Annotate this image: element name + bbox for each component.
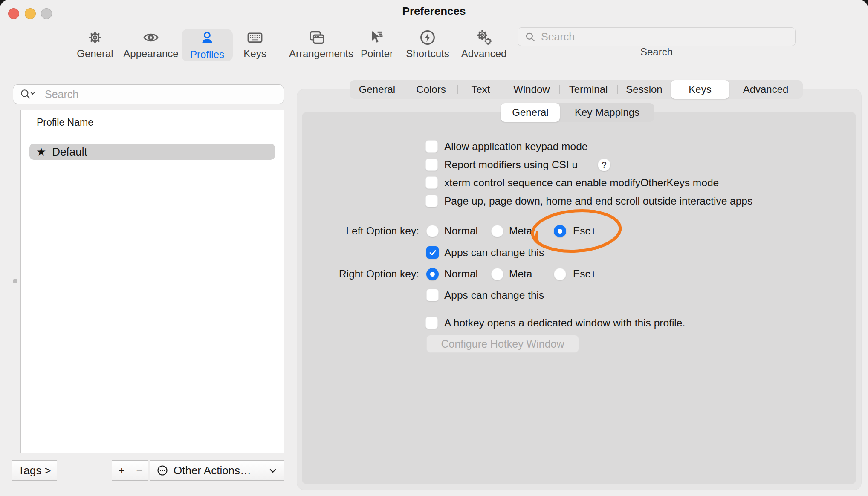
right-option-key-label: Right Option key: bbox=[294, 268, 419, 280]
profile-name: Default bbox=[52, 145, 87, 159]
profile-search-input[interactable] bbox=[44, 86, 276, 102]
radio-left-option-normal[interactable] bbox=[426, 225, 439, 237]
toolbar-item-label: Keys bbox=[227, 48, 283, 60]
subtab-general[interactable]: General bbox=[501, 103, 560, 122]
subtab-key-mappings[interactable]: Key Mappings bbox=[560, 103, 654, 122]
toolbar-item-label: Shortcuts bbox=[400, 48, 455, 60]
checkbox-label[interactable]: A hotkey opens a dedicated window with t… bbox=[444, 317, 685, 329]
tab-label: General bbox=[359, 84, 395, 95]
toolbar-item-label: Pointer bbox=[349, 48, 405, 60]
tab-label: Window bbox=[513, 84, 550, 95]
minus-icon: − bbox=[136, 464, 142, 477]
tab-keys[interactable]: Keys bbox=[671, 80, 729, 99]
list-header-divider bbox=[21, 135, 284, 135]
tab-label: Advanced bbox=[743, 84, 789, 95]
tags-button[interactable]: Tags > bbox=[12, 460, 57, 481]
radio-label[interactable]: Meta bbox=[509, 225, 532, 237]
radio-label[interactable]: Esc+ bbox=[573, 225, 596, 237]
radio-label[interactable]: Esc+ bbox=[573, 268, 596, 280]
tab-terminal[interactable]: Terminal bbox=[559, 80, 617, 99]
double-gear-icon bbox=[456, 28, 512, 47]
toolbar-item-arrangements[interactable]: Arrangements bbox=[289, 28, 344, 61]
profile-list-column-header[interactable]: Profile Name bbox=[37, 117, 93, 128]
question-mark-icon: ? bbox=[602, 160, 606, 170]
tab-session[interactable]: Session bbox=[617, 80, 671, 99]
keys-subtab-bar: General Key Mappings bbox=[501, 103, 654, 122]
radio-label[interactable]: Normal bbox=[444, 268, 478, 280]
cursor-icon bbox=[349, 28, 405, 47]
checkbox-label[interactable]: Apps can change this bbox=[444, 246, 544, 259]
toolbar-item-label: Advanced bbox=[456, 48, 512, 60]
windows-icon bbox=[289, 28, 344, 47]
toolbar-item-keys[interactable]: Keys bbox=[227, 28, 283, 61]
configure-hotkey-window-button[interactable]: Configure Hotkey Window bbox=[426, 335, 579, 353]
checkbox-keypad-mode[interactable] bbox=[425, 140, 438, 153]
toolbar-item-label: Profiles bbox=[182, 49, 233, 61]
radio-right-option-esc[interactable] bbox=[554, 268, 566, 280]
checkbox-left-apps-can-change[interactable] bbox=[426, 246, 439, 259]
toolbar-item-appearance[interactable]: Appearance bbox=[123, 28, 179, 61]
toolbar-item-shortcuts[interactable]: Shortcuts bbox=[400, 28, 455, 61]
left-option-key-label: Left Option key: bbox=[298, 225, 419, 237]
checkbox-csi-u[interactable] bbox=[425, 159, 438, 171]
checkbox-page-scroll[interactable] bbox=[425, 195, 438, 207]
plus-icon: + bbox=[118, 464, 124, 477]
tab-general[interactable]: General bbox=[350, 80, 405, 99]
tab-label: Session bbox=[626, 84, 662, 95]
other-actions-label: Other Actions… bbox=[174, 464, 251, 477]
checkbox-hotkey-window[interactable] bbox=[425, 317, 438, 329]
toolbar-item-profiles[interactable]: Profiles bbox=[182, 29, 233, 61]
eye-icon bbox=[123, 28, 179, 47]
tab-text[interactable]: Text bbox=[457, 80, 504, 99]
tab-label: Terminal bbox=[569, 84, 608, 95]
tab-label: Text bbox=[471, 84, 490, 95]
gear-icon bbox=[67, 28, 123, 47]
toolbar-item-general[interactable]: General bbox=[67, 28, 123, 61]
checkbox-label[interactable]: Allow application keypad mode bbox=[444, 140, 587, 153]
checkbox-label[interactable]: Apps can change this bbox=[444, 289, 544, 302]
search-with-chevron-icon bbox=[20, 89, 37, 100]
tab-label: Colors bbox=[416, 84, 446, 95]
subtab-label: General bbox=[512, 107, 548, 118]
radio-right-option-meta[interactable] bbox=[491, 268, 503, 280]
checkbox-right-apps-can-change[interactable] bbox=[426, 289, 439, 301]
profile-tab-bar: General Colors Text Window Terminal Sess… bbox=[350, 80, 803, 99]
checkbox-modify-other-keys[interactable] bbox=[425, 176, 438, 189]
section-divider bbox=[321, 216, 831, 216]
keys-pane-background bbox=[302, 112, 856, 484]
radio-label[interactable]: Normal bbox=[444, 225, 478, 237]
window-edge-dot bbox=[13, 279, 17, 283]
help-button[interactable]: ? bbox=[598, 159, 610, 171]
toolbar-item-pointer[interactable]: Pointer bbox=[349, 28, 405, 61]
radio-label[interactable]: Meta bbox=[509, 268, 532, 280]
other-actions-dropdown[interactable]: Other Actions… bbox=[150, 460, 284, 481]
remove-profile-button[interactable]: − bbox=[131, 460, 148, 481]
add-profile-button[interactable]: + bbox=[112, 460, 131, 481]
toolbar-item-label: Appearance bbox=[123, 48, 179, 60]
profile-search-field[interactable] bbox=[13, 84, 284, 104]
person-icon bbox=[182, 29, 233, 48]
profile-row-default[interactable]: ★ Default bbox=[29, 144, 275, 160]
default-star-icon: ★ bbox=[36, 145, 46, 159]
tab-colors[interactable]: Colors bbox=[405, 80, 457, 99]
toolbar-item-advanced[interactable]: Advanced bbox=[456, 28, 512, 61]
checkbox-label[interactable]: Page up, page down, home and end scroll … bbox=[444, 195, 752, 208]
toolbar-search-label: Search bbox=[631, 46, 682, 58]
toolbar-search-field[interactable] bbox=[518, 27, 796, 46]
keyboard-icon bbox=[227, 28, 283, 47]
checkbox-label[interactable]: xterm control sequence can enable modify… bbox=[444, 176, 719, 189]
window-title: Preferences bbox=[0, 5, 868, 18]
radio-left-option-esc[interactable] bbox=[554, 225, 566, 237]
toolbar-divider bbox=[0, 66, 868, 66]
ellipsis-circle-icon bbox=[156, 464, 168, 476]
radio-right-option-normal[interactable] bbox=[426, 268, 439, 280]
bolt-circle-icon bbox=[400, 28, 455, 47]
tab-window[interactable]: Window bbox=[504, 80, 559, 99]
tab-label: Keys bbox=[689, 84, 711, 95]
profile-list: Profile Name ★ Default bbox=[20, 110, 284, 453]
checkbox-label[interactable]: Report modifiers using CSI u bbox=[444, 159, 578, 171]
radio-left-option-meta[interactable] bbox=[491, 225, 503, 237]
search-icon bbox=[525, 32, 536, 43]
toolbar-search-input[interactable] bbox=[540, 29, 789, 45]
tab-advanced[interactable]: Advanced bbox=[729, 80, 802, 99]
